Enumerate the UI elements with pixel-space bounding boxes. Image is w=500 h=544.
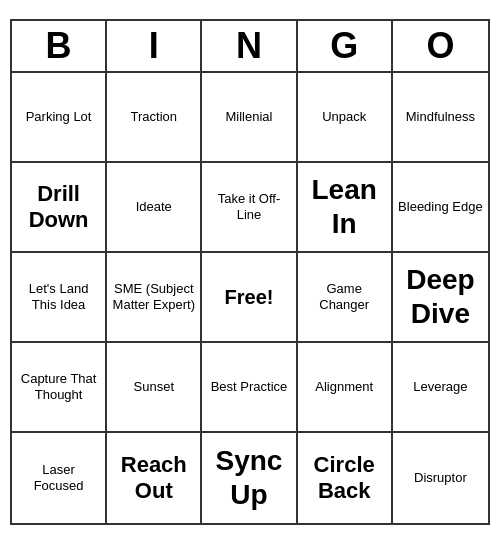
bingo-cell: Lean In (298, 163, 393, 253)
header-letter: G (298, 21, 393, 71)
bingo-cell: Capture That Thought (12, 343, 107, 433)
bingo-header: BINGO (12, 21, 488, 73)
bingo-cell: Reach Out (107, 433, 202, 523)
bingo-cell: Game Changer (298, 253, 393, 343)
bingo-cell: Ideate (107, 163, 202, 253)
bingo-cell: Bleeding Edge (393, 163, 488, 253)
header-letter: B (12, 21, 107, 71)
bingo-cell: Leverage (393, 343, 488, 433)
bingo-cell: Free! (202, 253, 297, 343)
bingo-cell: Best Practice (202, 343, 297, 433)
bingo-cell: Sunset (107, 343, 202, 433)
bingo-grid: Parking LotTractionMillenialUnpackMindfu… (12, 73, 488, 523)
bingo-cell: Drill Down (12, 163, 107, 253)
bingo-cell: Take it Off-Line (202, 163, 297, 253)
bingo-cell: Disruptor (393, 433, 488, 523)
bingo-card: BINGO Parking LotTractionMillenialUnpack… (10, 19, 490, 525)
bingo-cell: Alignment (298, 343, 393, 433)
bingo-cell: Mindfulness (393, 73, 488, 163)
bingo-cell: SME (Subject Matter Expert) (107, 253, 202, 343)
bingo-cell: Laser Focused (12, 433, 107, 523)
bingo-cell: Parking Lot (12, 73, 107, 163)
header-letter: N (202, 21, 297, 71)
bingo-cell: Let's Land This Idea (12, 253, 107, 343)
header-letter: O (393, 21, 488, 71)
bingo-cell: Circle Back (298, 433, 393, 523)
bingo-cell: Traction (107, 73, 202, 163)
bingo-cell: Unpack (298, 73, 393, 163)
bingo-cell: Deep Dive (393, 253, 488, 343)
bingo-cell: Sync Up (202, 433, 297, 523)
bingo-cell: Millenial (202, 73, 297, 163)
header-letter: I (107, 21, 202, 71)
